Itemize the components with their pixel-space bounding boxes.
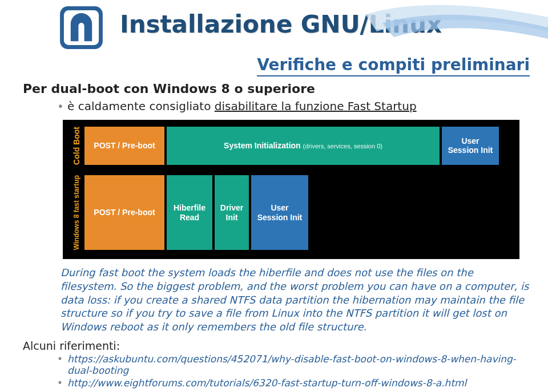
cell-post2: POST / Pre-boot <box>84 175 164 250</box>
cell-driverinit: Driver Init <box>215 175 249 250</box>
reference-link-2[interactable]: http://www.eightforums.com/tutorials/632… <box>57 377 531 389</box>
arch-logo-icon <box>57 3 106 52</box>
bullet-text: è caldamente consigliato <box>67 99 215 113</box>
content: Verifiche e compiti preliminari Per dual… <box>0 55 548 389</box>
reference-link-1[interactable]: https://askubuntu.com/questions/452071/w… <box>57 353 531 376</box>
bullet-list: è caldamente consigliato disabilitare la… <box>57 99 531 113</box>
vlabel-coldboot: Cold Boot <box>70 127 84 165</box>
diagram-row-faststartup: Windows 8 fast startup POST / Pre-boot H… <box>70 175 499 250</box>
boot-diagram: Cold Boot POST / Pre-boot System Initial… <box>63 120 519 259</box>
diagram-row-coldboot: Cold Boot POST / Pre-boot System Initial… <box>70 127 499 165</box>
sysinit-sub: (drivers, services, session 0) <box>303 143 382 149</box>
sysinit-label: System Initialization <box>224 141 301 150</box>
cell-post: POST / Pre-boot <box>84 127 164 165</box>
references-list: https://askubuntu.com/questions/452071/w… <box>57 353 531 389</box>
subtitle: Verifiche e compiti preliminari <box>257 55 530 76</box>
vlabel-faststartup: Windows 8 fast startup <box>70 175 84 250</box>
cell-sysinit: System Initialization (drivers, services… <box>167 127 440 165</box>
quote-paragraph: During fast boot the system loads the hi… <box>61 266 531 334</box>
fast-startup-link[interactable]: disabilitare la funzione Fast Startup <box>215 99 417 113</box>
cell-usersession: User Session Init <box>442 127 499 165</box>
cell-usersession2: User Session Init <box>251 175 308 250</box>
header: Installazione GNU/Linux <box>0 0 548 50</box>
swoosh-decoration-icon <box>365 0 548 51</box>
section-heading: Per dual-boot con Windows 8 o superiore <box>23 82 531 96</box>
bullet-item: è caldamente consigliato disabilitare la… <box>57 99 531 113</box>
cell-hiberfile: Hiberfile Read <box>167 175 212 250</box>
references-heading: Alcuni riferimenti: <box>23 340 531 352</box>
